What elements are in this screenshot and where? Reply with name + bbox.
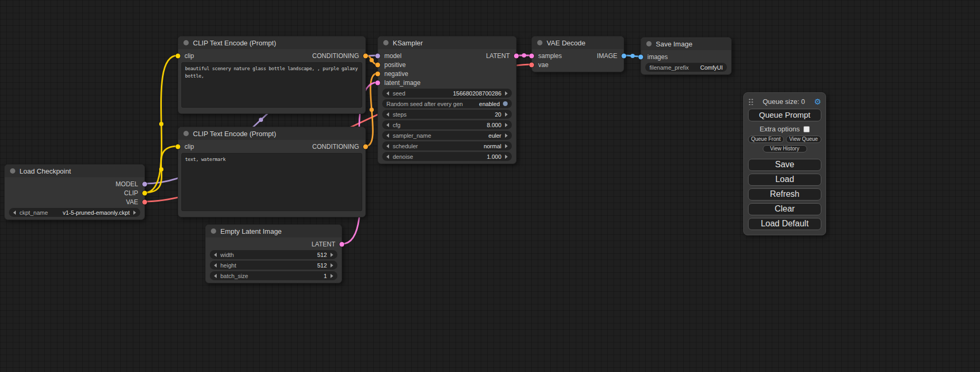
extra-options-checkbox[interactable]	[803, 126, 810, 132]
decrement-arrow-icon[interactable]	[13, 211, 16, 215]
node-vae-decode[interactable]: VAE Decode samples IMAGE vae	[531, 36, 624, 72]
denoise-widget[interactable]: denoise 1.000	[382, 152, 512, 161]
seed-widget[interactable]: seed 156680208700286	[382, 89, 512, 98]
node-title-bar[interactable]: Empty Latent Image	[206, 225, 342, 237]
model-input-port[interactable]	[375, 53, 380, 58]
toggle-indicator-icon[interactable]	[503, 101, 508, 106]
widget-label: cfg	[393, 122, 401, 128]
decrement-arrow-icon[interactable]	[386, 91, 389, 96]
view-queue-button[interactable]: View Queue	[786, 136, 822, 143]
increment-arrow-icon[interactable]	[331, 263, 333, 268]
wire-midpoint-dot	[630, 54, 635, 58]
collapse-dot-icon[interactable]	[646, 41, 652, 46]
clear-button[interactable]: Clear	[748, 203, 821, 215]
negative-prompt-textarea[interactable]: text, watermark	[181, 153, 362, 211]
increment-arrow-icon[interactable]	[505, 133, 508, 138]
widget-value: 512	[317, 262, 327, 269]
latent-output-port[interactable]	[514, 53, 519, 58]
collapse-dot-icon[interactable]	[10, 168, 15, 174]
increment-arrow-icon[interactable]	[133, 211, 136, 215]
load-default-button[interactable]: Load Default	[748, 218, 821, 230]
height-widget[interactable]: height 512	[210, 261, 337, 270]
random-seed-toggle-widget[interactable]: Random seed after every gen enabled	[382, 99, 512, 108]
node-ksampler[interactable]: KSampler model LATENT positive negative …	[377, 36, 517, 164]
collapse-dot-icon[interactable]	[383, 40, 389, 45]
vae-input-port[interactable]	[529, 62, 534, 67]
clip-input-port[interactable]	[176, 53, 180, 58]
graph-canvas[interactable]: Load Checkpoint MODEL CLIP VAE ckpt_name…	[0, 0, 980, 372]
increment-arrow-icon[interactable]	[331, 253, 333, 257]
negative-input-port[interactable]	[375, 71, 380, 76]
decrement-arrow-icon[interactable]	[386, 112, 389, 117]
collapse-dot-icon[interactable]	[183, 40, 189, 45]
node-clip-text-encode-positive[interactable]: CLIP Text Encode (Prompt) clip CONDITION…	[178, 36, 366, 114]
sampler-name-widget[interactable]: sampler_name euler	[382, 131, 512, 140]
node-title-bar[interactable]: CLIP Text Encode (Prompt)	[178, 127, 365, 140]
node-clip-text-encode-negative[interactable]: CLIP Text Encode (Prompt) clip CONDITION…	[178, 127, 366, 217]
filename-prefix-widget[interactable]: filename_prefix ComfyUI	[645, 63, 727, 72]
increment-arrow-icon[interactable]	[505, 112, 508, 117]
image-output-port[interactable]	[622, 53, 626, 58]
latent-image-input-port[interactable]	[375, 80, 380, 85]
node-load-checkpoint[interactable]: Load Checkpoint MODEL CLIP VAE ckpt_name…	[4, 164, 145, 220]
wire-midpoint-dot	[522, 53, 526, 58]
ckpt-name-widget[interactable]: ckpt_name v1-5-pruned-emaonly.ckpt	[9, 208, 140, 217]
widget-label: steps	[393, 111, 406, 118]
decrement-arrow-icon[interactable]	[386, 133, 389, 138]
decrement-arrow-icon[interactable]	[214, 274, 217, 278]
latent-output-port[interactable]	[339, 242, 344, 246]
widget-value: 512	[317, 252, 327, 258]
collapse-dot-icon[interactable]	[537, 40, 542, 45]
increment-arrow-icon[interactable]	[505, 123, 508, 127]
queue-prompt-button[interactable]: Queue Prompt	[748, 109, 821, 121]
settings-gear-icon[interactable]: ⚙	[814, 98, 821, 106]
steps-widget[interactable]: steps 20	[382, 110, 512, 119]
increment-arrow-icon[interactable]	[505, 91, 508, 96]
drag-handle-icon[interactable]	[748, 98, 753, 105]
batch-size-widget[interactable]: batch_size 1	[210, 271, 337, 280]
node-empty-latent-image[interactable]: Empty Latent Image LATENT width 512 heig…	[205, 224, 342, 283]
widget-value: enabled	[479, 101, 500, 107]
node-title-bar[interactable]: Load Checkpoint	[5, 165, 144, 177]
refresh-button[interactable]: Refresh	[748, 188, 821, 201]
cfg-widget[interactable]: cfg 8.000	[382, 120, 512, 129]
decrement-arrow-icon[interactable]	[386, 123, 389, 127]
conditioning-output-port[interactable]	[363, 144, 368, 149]
decrement-arrow-icon[interactable]	[386, 155, 389, 159]
decrement-arrow-icon[interactable]	[214, 263, 217, 268]
decrement-arrow-icon[interactable]	[214, 253, 217, 257]
samples-input-port[interactable]	[529, 53, 534, 58]
increment-arrow-icon[interactable]	[505, 144, 508, 148]
vae-output-port[interactable]	[142, 199, 147, 204]
model-output-port[interactable]	[142, 182, 147, 186]
node-title-bar[interactable]: Save Image	[641, 37, 731, 50]
images-input-port[interactable]	[638, 54, 643, 59]
node-title-bar[interactable]: VAE Decode	[532, 36, 624, 49]
positive-prompt-textarea[interactable]: beautiful scenery nature glass bottle la…	[181, 62, 362, 108]
increment-arrow-icon[interactable]	[505, 155, 508, 159]
decrement-arrow-icon[interactable]	[386, 144, 389, 148]
widget-label: denoise	[393, 154, 413, 160]
node-title-bar[interactable]: KSampler	[378, 36, 516, 49]
width-widget[interactable]: width 512	[210, 250, 337, 259]
view-history-button[interactable]: View History	[763, 145, 807, 152]
positive-input-port[interactable]	[375, 62, 380, 67]
clip-input-port[interactable]	[176, 144, 180, 149]
queue-front-button[interactable]: Queue Front	[748, 136, 784, 143]
increment-arrow-icon[interactable]	[331, 274, 333, 278]
collapse-dot-icon[interactable]	[183, 131, 189, 136]
widget-value: 8.000	[487, 122, 501, 128]
conditioning-output-port[interactable]	[363, 53, 368, 58]
node-title-bar[interactable]: CLIP Text Encode (Prompt)	[178, 36, 365, 49]
node-save-image[interactable]: Save Image images filename_prefix ComfyU…	[641, 37, 732, 75]
scheduler-widget[interactable]: scheduler normal	[382, 141, 512, 150]
widget-label: scheduler	[393, 143, 418, 149]
load-button[interactable]: Load	[748, 174, 821, 186]
wire-midpoint-dot	[259, 118, 263, 122]
slot-label: MODEL	[115, 180, 144, 188]
wire-midpoint-dot	[370, 108, 374, 112]
collapse-dot-icon[interactable]	[211, 228, 216, 234]
save-button[interactable]: Save	[748, 159, 821, 171]
clip-output-port[interactable]	[142, 190, 147, 195]
wire-midpoint-dot	[159, 122, 163, 126]
